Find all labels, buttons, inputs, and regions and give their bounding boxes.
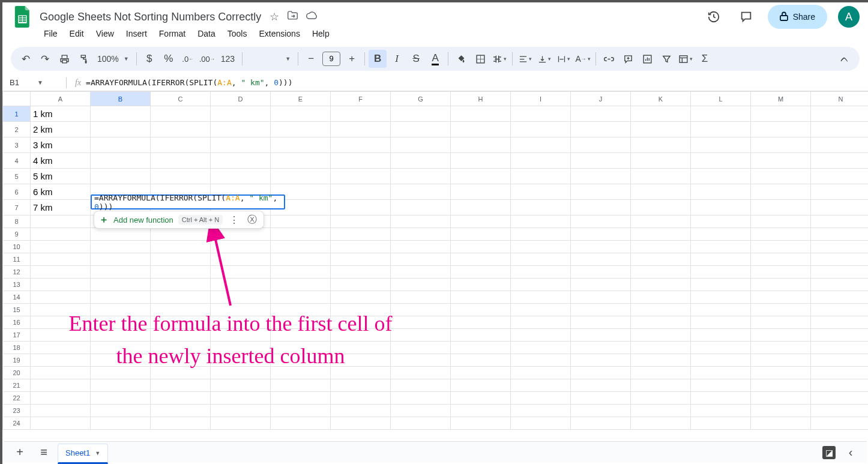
filter-icon[interactable] — [657, 50, 675, 68]
cell-L6[interactable] — [691, 184, 751, 200]
cell-C5[interactable] — [151, 169, 211, 184]
cell-N21[interactable] — [811, 379, 869, 392]
cell-L2[interactable] — [691, 122, 751, 137]
cell-I2[interactable] — [511, 122, 571, 137]
row-header-10[interactable]: 10 — [3, 241, 31, 253]
cell-A21[interactable] — [31, 379, 91, 392]
cell-E10[interactable] — [271, 241, 331, 253]
cell-N22[interactable] — [811, 392, 869, 405]
cell-D18[interactable] — [211, 342, 271, 354]
cell-G23[interactable] — [391, 405, 451, 417]
cell-F13[interactable] — [331, 279, 391, 291]
cell-G19[interactable] — [391, 354, 451, 367]
cell-N16[interactable] — [811, 316, 869, 329]
cell-D12[interactable] — [211, 266, 271, 279]
cell-D22[interactable] — [211, 392, 271, 405]
cell-L13[interactable] — [691, 279, 751, 291]
cell-C18[interactable] — [151, 342, 211, 354]
cell-J5[interactable] — [571, 169, 631, 184]
cell-A23[interactable] — [31, 405, 91, 417]
cell-N15[interactable] — [811, 304, 869, 316]
cell-E8[interactable] — [271, 215, 331, 228]
cell-L23[interactable] — [691, 405, 751, 417]
cell-F5[interactable] — [331, 169, 391, 184]
cell-G8[interactable] — [391, 215, 451, 228]
cell-H4[interactable] — [451, 153, 511, 169]
cell-N20[interactable] — [811, 367, 869, 379]
select-all-corner[interactable] — [3, 92, 31, 106]
cell-L12[interactable] — [691, 266, 751, 279]
cell-N6[interactable] — [811, 184, 869, 200]
cell-D5[interactable] — [211, 169, 271, 184]
cell-H3[interactable] — [451, 137, 511, 153]
row-header-21[interactable]: 21 — [3, 379, 31, 392]
cell-H14[interactable] — [451, 291, 511, 304]
cell-E4[interactable] — [271, 153, 331, 169]
cell-B20[interactable] — [91, 367, 151, 379]
cell-J7[interactable] — [571, 200, 631, 215]
cell-B3[interactable] — [91, 137, 151, 153]
row-header-5[interactable]: 5 — [3, 169, 31, 184]
cell-F11[interactable] — [331, 253, 391, 266]
cell-A6[interactable]: 6 km — [31, 184, 91, 200]
cell-I20[interactable] — [511, 367, 571, 379]
cell-H18[interactable] — [451, 342, 511, 354]
row-header-6[interactable]: 6 — [3, 184, 31, 200]
cell-L16[interactable] — [691, 316, 751, 329]
cell-A15[interactable] — [31, 304, 91, 316]
bold-button[interactable]: B — [369, 50, 387, 68]
cell-M5[interactable] — [751, 169, 811, 184]
cell-G20[interactable] — [391, 367, 451, 379]
cell-N9[interactable] — [811, 228, 869, 241]
cell-C4[interactable] — [151, 153, 211, 169]
cell-K2[interactable] — [631, 122, 691, 137]
row-header-9[interactable]: 9 — [3, 228, 31, 241]
cell-M8[interactable] — [751, 215, 811, 228]
cell-M20[interactable] — [751, 367, 811, 379]
cell-D1[interactable] — [211, 106, 271, 122]
cell-J17[interactable] — [571, 329, 631, 342]
cell-A20[interactable] — [31, 367, 91, 379]
cell-L24[interactable] — [691, 417, 751, 430]
cell-D2[interactable] — [211, 122, 271, 137]
col-header-L[interactable]: L — [691, 92, 751, 106]
cell-F1[interactable] — [331, 106, 391, 122]
cell-E1[interactable] — [271, 106, 331, 122]
cell-C16[interactable] — [151, 316, 211, 329]
col-header-G[interactable]: G — [391, 92, 451, 106]
vertical-align-button[interactable]: ▾ — [535, 50, 553, 68]
cell-J23[interactable] — [571, 405, 631, 417]
cell-I14[interactable] — [511, 291, 571, 304]
cell-L11[interactable] — [691, 253, 751, 266]
row-header-16[interactable]: 16 — [3, 316, 31, 329]
cell-F4[interactable] — [331, 153, 391, 169]
cell-F15[interactable] — [331, 304, 391, 316]
cell-C17[interactable] — [151, 329, 211, 342]
cell-J9[interactable] — [571, 228, 631, 241]
cell-C19[interactable] — [151, 354, 211, 367]
cell-F10[interactable] — [331, 241, 391, 253]
cell-C1[interactable] — [151, 106, 211, 122]
col-header-A[interactable]: A — [31, 92, 91, 106]
cell-L22[interactable] — [691, 392, 751, 405]
cell-N7[interactable] — [811, 200, 869, 215]
history-icon[interactable] — [703, 6, 725, 28]
sheet-tab-sheet1[interactable]: Sheet1 ▼ — [58, 444, 108, 464]
close-helper-icon[interactable]: ⓧ — [246, 214, 259, 226]
cell-K24[interactable] — [631, 417, 691, 430]
cell-H15[interactable] — [451, 304, 511, 316]
menu-extensions[interactable]: Extensions — [253, 26, 305, 41]
cell-A2[interactable]: 2 km — [31, 122, 91, 137]
col-header-J[interactable]: J — [571, 92, 631, 106]
cell-editor-B1[interactable]: =ARRAYFORMULA(IFERROR(SPLIT(A:A, " km", … — [91, 194, 285, 209]
font-size-input[interactable]: 9 — [322, 52, 340, 66]
cell-H10[interactable] — [451, 241, 511, 253]
cell-A24[interactable] — [31, 417, 91, 430]
cell-M18[interactable] — [751, 342, 811, 354]
cell-N18[interactable] — [811, 342, 869, 354]
cell-H5[interactable] — [451, 169, 511, 184]
cell-M19[interactable] — [751, 354, 811, 367]
share-button[interactable]: Share — [768, 5, 827, 29]
cell-N8[interactable] — [811, 215, 869, 228]
cell-G17[interactable] — [391, 329, 451, 342]
